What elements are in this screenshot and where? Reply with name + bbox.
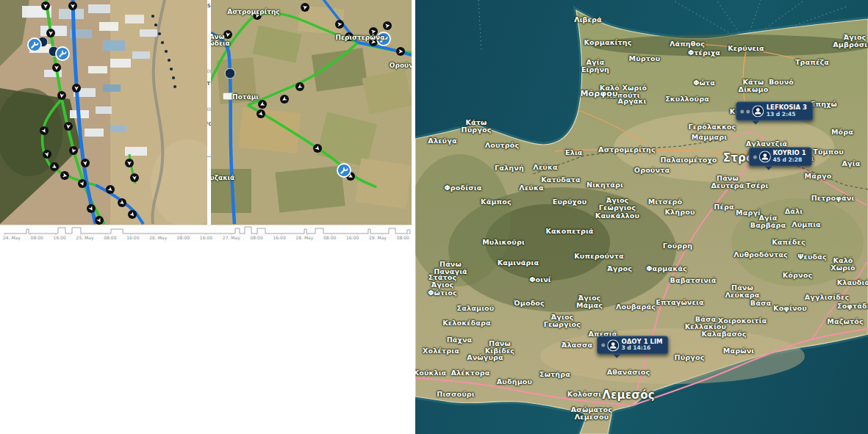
- vehicle-duration: 13 d 2:45: [767, 112, 807, 117]
- direction-arrow-marker[interactable]: [335, 20, 344, 29]
- driver-avatar-icon: [759, 151, 771, 163]
- stop-marker[interactable]: [225, 68, 235, 79]
- direction-arrow-marker[interactable]: [253, 11, 262, 20]
- axis-tick: 16:00: [346, 235, 359, 240]
- direction-arrow-marker[interactable]: [95, 216, 104, 225]
- direction-arrow-marker[interactable]: [280, 95, 289, 104]
- direction-arrow-marker[interactable]: [223, 30, 232, 39]
- axis-tick: 08:00: [250, 235, 262, 240]
- vehicle-duration: 45 d 2:28: [773, 157, 806, 163]
- service-poi-marker[interactable]: [28, 38, 41, 51]
- direction-arrow-marker[interactable]: [41, 1, 50, 10]
- track-dot: [173, 85, 176, 88]
- direction-arrow-marker[interactable]: [57, 91, 66, 100]
- axis-tick: 16:00: [200, 235, 212, 240]
- direction-arrow-marker[interactable]: [69, 146, 78, 155]
- axis-tick: 24. May: [3, 235, 21, 240]
- track-dot: [165, 50, 168, 53]
- axis-tick: 08:00: [177, 235, 190, 240]
- driver-avatar-icon: [753, 106, 764, 117]
- track-dot: [151, 15, 154, 18]
- left-panel: ΑστρομερίτηςΆνω ΖώδειαΠοτάμιΒυζακιάΠερισ…: [0, 0, 415, 434]
- direction-arrow-marker[interactable]: [78, 179, 87, 188]
- direction-arrow-marker[interactable]: [301, 3, 309, 12]
- brush-axis: 24. May08:0016:0025. May08:0016:0026. Ma…: [3, 235, 409, 240]
- direction-arrow-marker[interactable]: [87, 204, 96, 213]
- driver-avatar-icon: [608, 339, 620, 351]
- direction-arrow-marker[interactable]: [50, 162, 59, 171]
- vehicle-tooltip[interactable]: ΟΔΟΥ 1 LIM3 d 14:16: [598, 336, 669, 355]
- axis-tick: 16:00: [126, 235, 139, 240]
- service-poi-marker[interactable]: [337, 164, 351, 177]
- detail-map-industrial[interactable]: [0, 0, 207, 225]
- road-shield: [223, 93, 235, 100]
- direction-arrow-marker[interactable]: [118, 198, 126, 207]
- direction-arrow-marker[interactable]: [81, 159, 90, 167]
- direction-arrow-marker[interactable]: [258, 100, 267, 109]
- track-dot: [161, 41, 164, 44]
- direction-arrow-marker[interactable]: [60, 171, 69, 180]
- direction-arrow-marker[interactable]: [128, 210, 137, 219]
- direction-arrow-marker[interactable]: [130, 173, 139, 182]
- direction-arrow-marker[interactable]: [46, 29, 55, 37]
- direction-arrow-marker[interactable]: [40, 126, 49, 135]
- track-dot: [158, 32, 161, 35]
- axis-tick: 28. May: [295, 235, 313, 240]
- axis-tick: 08:00: [31, 235, 43, 240]
- track-dot: [172, 76, 175, 79]
- track-dot: [170, 68, 173, 70]
- satellite-terrain: [0, 0, 207, 225]
- vehicle-marker[interactable]: ΟΔΟΥ 1 LIM3 d 14:16: [598, 336, 669, 362]
- direction-arrow-marker[interactable]: [125, 159, 134, 167]
- status-dots: [602, 344, 606, 347]
- axis-tick: 25. May: [76, 235, 94, 240]
- cyprus-island: [415, 0, 868, 434]
- service-poi-marker[interactable]: [56, 47, 69, 60]
- vehicle-tooltip[interactable]: KOYRIO 145 d 2:28: [749, 148, 812, 167]
- axis-tick: 29. May: [369, 235, 387, 240]
- timeline-brush[interactable]: 24. May08:0016:0025. May08:0016:0026. Ma…: [0, 225, 412, 242]
- overview-map[interactable]: ΛιβεράΚορμακίτηςΑγία ΕιρήνηΜύρτουΛάπηθος…: [415, 0, 868, 434]
- direction-arrow-marker[interactable]: [345, 32, 354, 41]
- activity-sparkline[interactable]: [2, 225, 412, 235]
- axis-tick: 26. May: [149, 235, 167, 240]
- satellite-terrain: [211, 0, 412, 225]
- fleet-tracking-app: ΑστρομερίτηςΆνω ΖώδειαΠοτάμιΒυζακιάΠερισ…: [0, 0, 868, 434]
- detail-map-rural[interactable]: ΑστρομερίτηςΆνω ΖώδειαΠοτάμιΒυζακιάΠερισ…: [211, 0, 412, 225]
- axis-tick: 16:00: [54, 235, 66, 240]
- direction-arrow-marker[interactable]: [64, 122, 73, 131]
- tooltip-pointer: [614, 355, 621, 362]
- status-dots: [741, 109, 750, 113]
- direction-arrow-marker[interactable]: [369, 27, 378, 36]
- axis-tick: 08:00: [323, 235, 336, 240]
- direction-arrow-marker[interactable]: [52, 63, 61, 72]
- axis-tick: 08:00: [397, 235, 409, 240]
- activity-path: [4, 227, 410, 234]
- direction-arrow-marker[interactable]: [295, 82, 304, 91]
- track-dot: [168, 59, 171, 62]
- direction-arrow-marker[interactable]: [396, 47, 405, 56]
- axis-tick: 08:00: [104, 235, 116, 240]
- direction-arrow-marker[interactable]: [106, 185, 115, 194]
- axis-tick: 27. May: [223, 235, 240, 240]
- tooltip-pointer: [753, 120, 760, 128]
- vehicle-marker[interactable]: KOYRIO 145 d 2:28: [749, 148, 812, 174]
- track-dot: [154, 23, 157, 26]
- direction-arrow-marker[interactable]: [43, 150, 51, 159]
- detail-maps-row: ΑστρομερίτηςΆνω ΖώδειαΠοτάμιΒυζακιάΠερισ…: [0, 0, 412, 225]
- vehicle-marker[interactable]: LEFKOSIA 313 d 2:45: [736, 102, 813, 129]
- direction-arrow-marker[interactable]: [72, 84, 81, 93]
- direction-arrow-marker[interactable]: [257, 109, 265, 118]
- tooltip-pointer: [765, 166, 772, 173]
- direction-arrow-marker[interactable]: [68, 1, 77, 10]
- vehicle-duration: 3 d 14:16: [622, 346, 663, 352]
- service-poi-marker[interactable]: [377, 32, 390, 46]
- direction-arrow-marker[interactable]: [383, 21, 392, 30]
- axis-tick: 16:00: [273, 235, 285, 240]
- status-dots: [753, 155, 757, 159]
- vehicle-tooltip[interactable]: LEFKOSIA 313 d 2:45: [736, 102, 813, 121]
- direction-arrow-marker[interactable]: [313, 144, 322, 153]
